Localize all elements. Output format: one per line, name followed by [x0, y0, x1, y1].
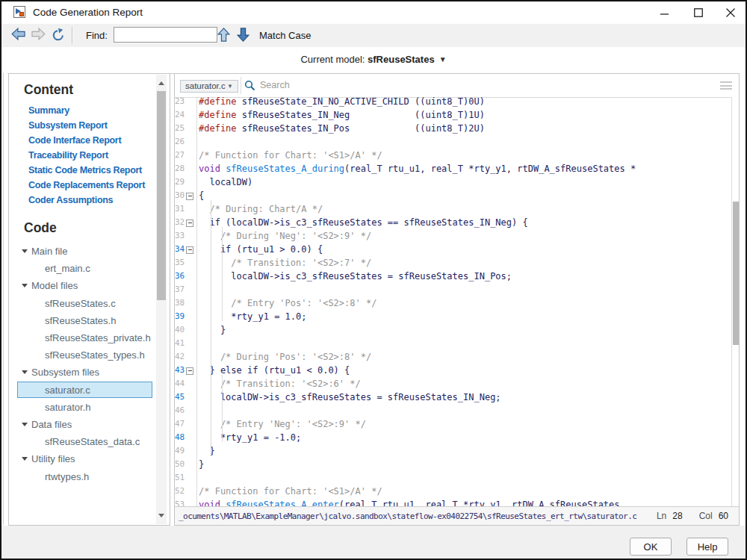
- menu-icon[interactable]: [720, 81, 732, 90]
- code-line: 52/* Function for Chart: '<S1>/A' */: [175, 485, 732, 498]
- line-number: 27: [175, 149, 185, 162]
- tree-item[interactable]: Subsystem files: [9, 364, 170, 381]
- line-value: 28: [672, 511, 682, 521]
- tree-item[interactable]: rtwtypes.h: [9, 468, 170, 485]
- tree-item-label: saturator.h: [45, 399, 90, 416]
- line-number: 44: [175, 377, 185, 391]
- line-number: 40: [175, 323, 185, 337]
- tree-collapse-icon[interactable]: [22, 423, 28, 426]
- find-previous-button[interactable]: [217, 28, 234, 43]
- line-number[interactable]: 34: [175, 243, 185, 256]
- content-link[interactable]: Coder Assumptions: [28, 193, 113, 208]
- left-edge-line: [3, 73, 4, 525]
- line-number[interactable]: 45: [175, 391, 185, 404]
- code-text: /* During 'Pos': '<S2>:8' */: [199, 350, 732, 364]
- code-line: 26: [175, 135, 732, 149]
- line-number: 41: [175, 337, 185, 350]
- content-link[interactable]: Code Interface Report: [28, 133, 121, 148]
- toolbar: Find: Match Case: [1, 24, 746, 48]
- content-heading: Content: [24, 82, 73, 98]
- tree-item-label: ert_main.c: [45, 260, 90, 277]
- column-value: 60: [719, 511, 728, 521]
- line-number: 28: [175, 162, 185, 175]
- code-text: /* Entry 'Neg': '<S2>:9' */: [199, 417, 732, 431]
- tree-item[interactable]: sfReuseStates_private.h: [9, 329, 170, 346]
- code-line: 43 } else if (rtu_u1 < 0.0) {: [175, 364, 732, 377]
- refresh-button[interactable]: [51, 28, 67, 43]
- minimize-button[interactable]: [653, 1, 677, 23]
- tree-item-label: Model files: [31, 277, 78, 294]
- find-next-button[interactable]: [237, 28, 253, 43]
- tree-item[interactable]: Main file: [9, 243, 170, 260]
- tree-item[interactable]: sfReuseStates_data.c: [9, 433, 170, 450]
- match-case-toggle[interactable]: Match Case: [259, 24, 311, 47]
- current-model-bar: Current model: sfReuseStates▼: [1, 47, 746, 73]
- content-link[interactable]: Subsystem Report: [28, 118, 108, 133]
- sidebar-scrollbar-thumb[interactable]: [157, 91, 166, 300]
- tree-collapse-icon[interactable]: [22, 249, 28, 253]
- line-number[interactable]: 36: [175, 270, 185, 283]
- code-text: } else if (rtu_u1 < 0.0) {: [199, 364, 732, 377]
- tree-item-label: Main file: [31, 243, 67, 260]
- tree-item[interactable]: Utility files: [9, 450, 170, 467]
- code-text: if (rtu_u1 > 0.0) {: [199, 243, 732, 256]
- tree-item[interactable]: saturator.h: [9, 399, 170, 416]
- status-bar: _ocuments\MATLAB\ExampleManager\jcalvo.s…: [175, 506, 739, 525]
- tree-item[interactable]: saturator.c: [9, 382, 170, 399]
- toolbar-separator: [72, 27, 73, 44]
- help-button[interactable]: Help: [686, 538, 728, 556]
- code-line: 44 /* Transition: '<S2>:6' */: [175, 377, 732, 391]
- scroll-down-icon[interactable]: [158, 514, 164, 517]
- tree-item[interactable]: sfReuseStates.h: [9, 312, 170, 329]
- content-link[interactable]: Summary: [28, 103, 69, 118]
- code-text: }: [199, 323, 732, 337]
- code-line: 48 *rty_y1 = -1.0;: [175, 431, 732, 444]
- maximize-button[interactable]: [686, 1, 710, 23]
- code-line: 32 if (localDW->is_c3_sfReuseStates == s…: [175, 216, 732, 229]
- code-text: if (localDW->is_c3_sfReuseStates == sfRe…: [199, 216, 732, 229]
- tree-item[interactable]: sfReuseStates_types.h: [9, 346, 170, 364]
- fold-toggle-icon[interactable]: [186, 367, 193, 375]
- tree-item[interactable]: ert_main.c: [9, 260, 170, 277]
- code-line: 41: [175, 337, 732, 350]
- line-number[interactable]: 48: [175, 431, 185, 444]
- line-number: 25: [175, 122, 185, 135]
- close-button[interactable]: [719, 1, 743, 23]
- tree-item[interactable]: Data files: [9, 416, 170, 433]
- search-input[interactable]: Search: [260, 74, 290, 97]
- code-scrollbar[interactable]: [731, 97, 739, 506]
- file-selector-dropdown[interactable]: saturator.c ▼: [180, 80, 238, 93]
- back-button[interactable]: [11, 28, 28, 43]
- line-number[interactable]: 39: [175, 310, 185, 323]
- sidebar-scrollbar[interactable]: [156, 75, 167, 524]
- content-link[interactable]: Traceability Report: [28, 148, 108, 163]
- tree-collapse-icon[interactable]: [22, 284, 28, 287]
- content-link[interactable]: Code Replacements Report: [28, 178, 145, 193]
- code-panel: saturator.c ▼ Search 23#define sfReuseSt…: [174, 73, 740, 526]
- code-text: /* During: Chart/A */: [199, 202, 732, 216]
- current-model-selector[interactable]: Current model: sfReuseStates▼: [300, 54, 446, 65]
- fold-toggle-icon[interactable]: [186, 220, 193, 227]
- fold-toggle-icon[interactable]: [186, 246, 193, 254]
- indent-guide: [222, 375, 223, 442]
- line-number: 26: [175, 135, 185, 149]
- tree-item[interactable]: sfReuseStates.c: [9, 295, 170, 312]
- find-input[interactable]: [114, 27, 217, 43]
- content-link[interactable]: Static Code Metrics Report: [28, 163, 142, 178]
- file-selector-value: saturator.c: [185, 81, 226, 90]
- search-icon: [244, 79, 256, 95]
- scroll-up-icon[interactable]: [158, 81, 164, 85]
- forward-button[interactable]: [31, 28, 48, 43]
- line-number: 24: [175, 108, 185, 122]
- code-text: void sfReuseStates_A_during(real_T rtu_u…: [199, 162, 732, 175]
- line-number: 35: [175, 256, 185, 270]
- tree-collapse-icon[interactable]: [22, 457, 28, 461]
- fold-toggle-icon[interactable]: [186, 193, 193, 200]
- tree-collapse-icon[interactable]: [22, 370, 28, 374]
- code-scrollbar-thumb[interactable]: [733, 202, 739, 345]
- line-number[interactable]: 43: [175, 364, 185, 377]
- code-line: 42 /* During 'Pos': '<S2>:8' */: [175, 350, 732, 364]
- tree-item[interactable]: Model files: [9, 277, 170, 294]
- ok-button[interactable]: OK: [630, 538, 672, 556]
- code-text: #define sfReuseStates_IN_Pos ((uint8_T)2…: [199, 122, 732, 135]
